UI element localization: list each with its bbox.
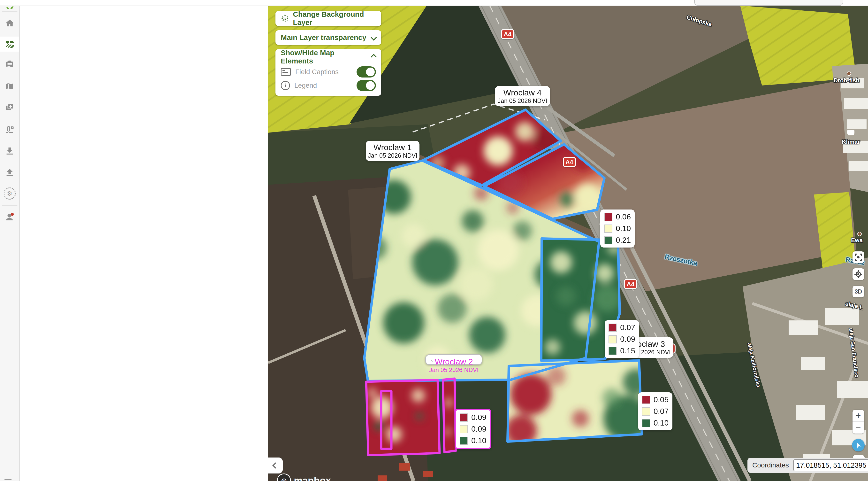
legend-value: 0.07 — [620, 323, 635, 332]
sidebar-item-settings[interactable]: ⚙ — [0, 186, 19, 201]
main-layer-transparency-button[interactable]: Main Layer transparency — [275, 30, 381, 45]
toggle-label: Field Captions — [295, 68, 339, 76]
panel-title: Show/Hide Map Elements — [281, 49, 367, 65]
legend-swatch-low — [642, 396, 650, 404]
sidebar-item-account[interactable] — [0, 210, 19, 224]
sidebar-item-download[interactable] — [0, 144, 19, 158]
legend-value: 0.09 — [471, 425, 486, 433]
legend-swatch-mid — [609, 335, 617, 343]
coordinates-input[interactable] — [793, 459, 868, 471]
legend-swatch-high — [642, 419, 650, 427]
poi-label: Drob-fish — [834, 77, 860, 84]
field-captions-row: Field Captions — [281, 65, 376, 79]
button-label: Change Background Layer — [293, 10, 376, 27]
global-search-input[interactable] — [694, 0, 843, 6]
change-background-layer-button[interactable]: Change Background Layer — [275, 11, 381, 26]
legend-swatch-low — [609, 324, 617, 332]
user-icon — [5, 212, 14, 222]
toggle-label: Legend — [294, 82, 317, 89]
fields-icon — [5, 39, 14, 49]
legend-toggle[interactable] — [356, 80, 376, 91]
sidebar-item-map[interactable] — [0, 79, 19, 93]
sidebar-item-soil-sampling[interactable] — [0, 123, 19, 137]
field-caption-wroclaw2[interactable]: Wroclaw 2 Jan 05 2026 NDVI — [425, 354, 483, 365]
field-caption-wroclaw1[interactable]: Wroclaw 1 Jan 05 2026 NDVI — [366, 141, 420, 161]
legend-value: 0.10 — [654, 419, 669, 427]
shop-icon — [847, 130, 855, 136]
field-caption-wroclaw4[interactable]: Wroclaw 4 Jan 05 2026 NDVI — [495, 86, 550, 106]
coordinates-bar: Coordinates — [747, 458, 868, 473]
poi-dot — [857, 232, 862, 236]
legend-swatch-mid — [604, 224, 612, 233]
legend-swatch-mid — [642, 408, 650, 416]
3d-button[interactable]: 3D — [852, 286, 864, 297]
caption-subtitle: Jan 05 2026 NDVI — [496, 97, 549, 104]
upload-icon — [5, 168, 14, 177]
legend-value: 0.21 — [616, 236, 631, 245]
legend-value: 0.07 — [654, 407, 669, 416]
legend-swatch-high — [609, 347, 617, 355]
sidebar-item-add-layers[interactable] — [0, 100, 19, 114]
soil-probe-icon — [5, 125, 14, 135]
fit-bounds-icon — [855, 253, 862, 261]
coordinates-label: Coordinates — [752, 461, 789, 469]
legend-value: 0.10 — [616, 224, 631, 233]
road-shield: A4 — [563, 157, 576, 167]
field-captions-toggle[interactable] — [356, 66, 376, 78]
fit-bounds-button[interactable] — [852, 251, 864, 263]
sidebar-item-upload[interactable] — [0, 165, 19, 179]
legend-swatch-low — [460, 414, 468, 422]
ndvi-legend-wroclaw3: 0.07 0.09 0.15 — [604, 320, 639, 358]
menu-icon[interactable] — [4, 479, 11, 480]
button-label: Main Layer transparency — [281, 33, 366, 42]
show-hide-header[interactable]: Show/Hide Map Elements — [281, 49, 376, 65]
caption-title: Wroclaw 4 — [496, 88, 549, 97]
poi-dot — [847, 71, 851, 76]
sidebar-item-fields[interactable] — [0, 36, 19, 52]
rail-divider — [2, 205, 18, 206]
map-icon — [5, 81, 14, 91]
info-icon: i — [281, 81, 290, 90]
ndvi-legend-wroclaw4: 0.06 0.10 0.21 — [600, 210, 635, 247]
legend-swatch-low — [604, 213, 612, 221]
zoom-controls: + − — [852, 410, 864, 433]
chevron-up-icon — [371, 54, 377, 60]
locate-icon — [855, 270, 862, 278]
road-shield: A4 — [501, 29, 514, 39]
chevron-left-icon — [272, 462, 278, 469]
caption-title: Wroclaw 2 — [428, 357, 480, 366]
ndvi-legend-wroclaw2: 0.09 0.09 0.10 — [455, 409, 491, 449]
show-hide-map-elements-panel: Show/Hide Map Elements Field Captions i … — [275, 49, 381, 96]
legend-value: 0.10 — [471, 436, 486, 445]
layers-plus-icon — [5, 102, 14, 112]
layers-icon — [281, 14, 289, 23]
top-bar — [0, 0, 868, 6]
home-icon — [5, 18, 14, 28]
legend-value: 0.15 — [620, 346, 635, 355]
sprout-icon — [6, 6, 13, 9]
map-canvas[interactable]: Chłopska Rzeszotka Rzesz Drob-fish Klima… — [268, 6, 868, 481]
captions-icon — [281, 68, 291, 76]
caption-subtitle: Jan 05 2026 NDVI — [428, 366, 480, 373]
compass-button[interactable] — [852, 439, 865, 451]
download-icon — [5, 146, 14, 156]
chevron-down-icon — [371, 34, 377, 40]
legend-row: i Legend — [281, 79, 376, 92]
layers-panel — [19, 6, 268, 481]
legend-value: 0.09 — [471, 413, 486, 422]
collapse-panel-button[interactable] — [268, 457, 283, 474]
mapbox-logo-icon: ⊕ — [277, 474, 291, 481]
icon-sidebar: ⚙ — [0, 6, 20, 481]
sidebar-item-home[interactable] — [0, 16, 19, 30]
legend-swatch-high — [460, 437, 468, 445]
locate-button[interactable] — [852, 268, 864, 280]
map-attribution: ⊕ mapbox — [277, 474, 331, 481]
ndvi-legend-bottom-field: 0.05 0.07 0.10 — [638, 392, 673, 430]
poi-label: Ewa — [851, 237, 863, 244]
caption-subtitle: Jan 05 2026 NDVI — [367, 152, 418, 159]
road-shield: A4 — [624, 279, 637, 289]
legend-swatch-high — [604, 236, 612, 244]
zoom-out-button[interactable]: − — [852, 422, 864, 433]
zoom-in-button[interactable]: + — [852, 410, 864, 422]
sidebar-item-reports[interactable] — [0, 57, 19, 71]
